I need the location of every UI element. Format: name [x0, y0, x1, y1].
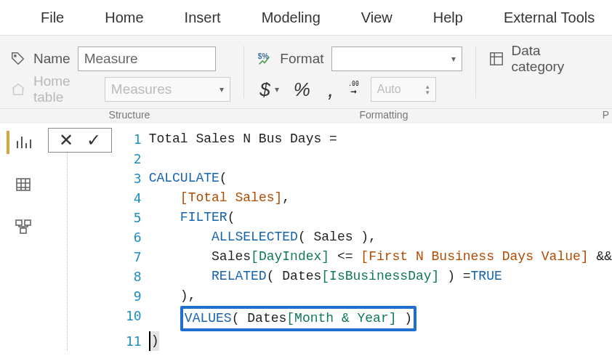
- line-text[interactable]: VALUES( Dates[Month & Year] ): [149, 306, 417, 331]
- currency-button[interactable]: $: [257, 78, 273, 101]
- line-text[interactable]: [Total Sales],: [149, 188, 290, 208]
- line-text[interactable]: ): [149, 331, 160, 351]
- svg-rect-6: [20, 228, 26, 233]
- formula-editor: ✕ ✓ 1Total Sales N Bus Days =23CALCULATE…: [42, 124, 612, 351]
- format-label: Format: [280, 51, 323, 67]
- model-view-button[interactable]: [7, 215, 36, 238]
- accept-button[interactable]: ✓: [86, 132, 101, 149]
- ribbon-group-properties: Data category: [475, 44, 603, 104]
- ribbon: Name Measure Home table Measures ▾: [0, 35, 612, 124]
- thousands-button[interactable]: ,: [325, 77, 337, 102]
- line-number: 6: [124, 227, 149, 247]
- decimal-places-button[interactable]: .00 → →0: [348, 81, 358, 94]
- svg-rect-5: [25, 220, 31, 225]
- home-table-value: Measures: [111, 81, 172, 97]
- percent-button[interactable]: %: [291, 78, 313, 101]
- chevron-down-icon[interactable]: ▾: [275, 84, 279, 94]
- line-number: 7: [124, 247, 149, 267]
- view-rail: [0, 124, 42, 351]
- line-text[interactable]: CALCULATE(: [149, 169, 228, 188]
- name-input[interactable]: Measure: [78, 46, 216, 71]
- group-title-properties: P: [509, 109, 612, 121]
- spinner-icon: ▴▾: [426, 84, 430, 95]
- svg-rect-4: [16, 220, 22, 225]
- code-line: 6 ALLSELECTED( Sales ),: [68, 227, 612, 247]
- ribbon-group-formatting: $% Format ▾ $ ▾ % , .00 → →0: [243, 44, 475, 104]
- formula-accept-reject: ✕ ✓: [48, 128, 112, 153]
- code-line: 9 ),: [68, 286, 612, 306]
- home-table-icon: [10, 81, 26, 97]
- line-number: 1: [124, 129, 149, 149]
- data-category-icon: [488, 51, 504, 67]
- name-label: Name: [33, 51, 71, 67]
- data-view-button[interactable]: [7, 173, 36, 196]
- code-line: 10 VALUES( Dates[Month & Year] ): [68, 306, 612, 331]
- code-line: 5 FILTER(: [68, 208, 612, 227]
- line-text[interactable]: ALLSELECTED( Sales ),: [149, 227, 377, 247]
- svg-point-0: [15, 55, 16, 57]
- line-number: 3: [124, 169, 149, 188]
- tag-icon: [10, 51, 26, 67]
- code-line: 1Total Sales N Bus Days =: [68, 129, 612, 149]
- menu-insert[interactable]: Insert: [164, 2, 241, 33]
- code-line: 8 RELATED( Dates[IsBusinessDay] ) =TRUE: [68, 267, 612, 286]
- menu-modeling[interactable]: Modeling: [241, 2, 341, 33]
- menu-view[interactable]: View: [341, 2, 413, 33]
- highlighted-expression: VALUES( Dates[Month & Year] ): [180, 306, 416, 331]
- line-text[interactable]: RELATED( Dates[IsBusinessDay] ) =TRUE: [149, 267, 502, 286]
- data-category-label: Data category: [512, 43, 589, 75]
- group-title-formatting: Formatting: [259, 109, 509, 121]
- decimal-auto-input[interactable]: Auto ▴▾: [371, 77, 436, 102]
- line-text[interactable]: ),: [149, 286, 196, 306]
- menu-file[interactable]: File: [20, 2, 84, 33]
- chevron-down-icon: ▾: [451, 54, 456, 64]
- svg-rect-3: [17, 179, 30, 190]
- code-line: 7 Sales[DayIndex] <= [First N Business D…: [68, 247, 612, 267]
- line-number: 8: [124, 267, 149, 286]
- dax-code[interactable]: 1Total Sales N Bus Days =23CALCULATE(4 […: [68, 129, 612, 351]
- report-view-button[interactable]: [7, 131, 36, 154]
- line-number: 5: [124, 208, 149, 227]
- code-line: 4 [Total Sales],: [68, 188, 612, 208]
- workspace: ✕ ✓ 1Total Sales N Bus Days =23CALCULATE…: [0, 124, 612, 351]
- format-select[interactable]: ▾: [331, 46, 462, 71]
- menu-help[interactable]: Help: [413, 2, 483, 33]
- menu-external-tools[interactable]: External Tools: [483, 2, 612, 33]
- line-number: 9: [124, 286, 149, 306]
- ribbon-group-structure: Name Measure Home table Measures ▾: [10, 44, 243, 104]
- line-number: 10: [124, 306, 149, 325]
- decimal-auto-value: Auto: [377, 83, 401, 96]
- line-number: 2: [124, 149, 149, 169]
- menu-home[interactable]: Home: [84, 2, 164, 33]
- ribbon-group-titles: Structure Formatting P: [0, 109, 612, 124]
- line-text[interactable]: Sales[DayIndex] <= [First N Business Day…: [149, 247, 612, 267]
- line-text[interactable]: FILTER(: [149, 208, 235, 227]
- code-line: 2: [68, 149, 612, 169]
- group-title-structure: Structure: [0, 109, 259, 121]
- chevron-down-icon: ▾: [220, 84, 224, 94]
- menubar: File Home Insert Modeling View Help Exte…: [0, 0, 612, 35]
- code-line: 3CALCULATE(: [68, 169, 612, 188]
- format-icon: $%: [257, 51, 273, 67]
- code-line: 11): [68, 331, 612, 351]
- svg-rect-2: [490, 53, 502, 65]
- line-number: 11: [124, 331, 149, 351]
- home-table-label: Home table: [33, 73, 97, 105]
- home-table-select[interactable]: Measures ▾: [105, 77, 230, 102]
- cancel-button[interactable]: ✕: [59, 132, 73, 149]
- line-number: 4: [124, 188, 149, 208]
- code-gutter-area: 1Total Sales N Bus Days =23CALCULATE(4 […: [67, 129, 612, 351]
- line-text[interactable]: Total Sales N Bus Days =: [149, 129, 337, 149]
